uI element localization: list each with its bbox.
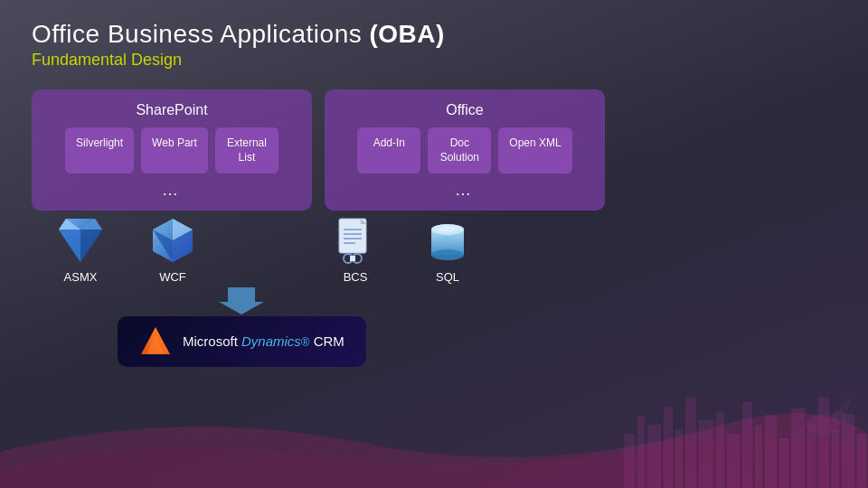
sql-label: SQL [436,270,459,284]
svg-rect-2 [647,425,661,488]
svg-rect-0 [624,434,635,488]
sharepoint-item-webpart: Web Part [141,127,208,174]
office-item-openxml: Open XML [498,127,571,174]
svg-point-20 [832,410,846,425]
title-bold: (OBA) [370,20,445,48]
svg-rect-4 [675,429,683,488]
svg-marker-25 [80,230,102,262]
crm-label: Microsoft Dynamics® CRM [183,333,344,350]
svg-marker-24 [59,230,80,262]
bcs-label: BCS [344,270,368,284]
sharepoint-box: SharePoint Silverlight Web Part External… [32,89,312,211]
svg-rect-17 [842,414,854,488]
crm-box: Microsoft Dynamics® CRM [118,316,366,367]
page-title: Office Business Applications (OBA) [32,20,836,49]
svg-rect-12 [779,438,788,488]
svg-point-43 [439,227,457,232]
arrow-down-icon [214,287,269,314]
page-subtitle: Fundamental Design [32,51,836,70]
office-items: Add-In DocSolution Open XML [341,127,589,174]
sharepoint-items: Silverlight Web Part ExternalList [48,127,296,174]
svg-point-42 [431,249,464,260]
wcf-label: WCF [159,270,186,284]
crm-text: CRM [309,333,344,349]
bcs-icon [329,214,382,267]
svg-rect-7 [716,411,724,488]
top-row: SharePoint Silverlight Web Part External… [32,89,836,211]
svg-rect-18 [857,434,866,488]
service-bcs: BCS [316,214,395,284]
crm-row: Microsoft Dynamics® CRM [32,287,836,367]
office-box: Office Add-In DocSolution Open XML … [325,89,605,211]
service-sql: SQL [408,214,487,284]
office-item-docsolution: DocSolution [428,127,491,174]
svg-rect-38 [350,256,355,261]
svg-rect-3 [664,407,673,488]
wcf-icon [146,214,199,267]
sharepoint-item-silverlight: Silverlight [65,127,134,174]
diagram: SharePoint Silverlight Web Part External… [32,89,836,367]
svg-rect-10 [755,425,762,488]
service-wcf: WCF [133,214,212,284]
svg-rect-9 [742,402,752,488]
svg-rect-5 [685,398,696,488]
svg-rect-8 [727,434,740,488]
office-title: Office [341,102,589,118]
svg-rect-11 [765,416,777,488]
office-item-addin: Add-In [357,127,420,174]
asmx-label: ASMX [64,270,98,284]
svg-rect-6 [699,420,713,488]
svg-rect-13 [791,408,805,488]
asmx-icon [54,214,107,267]
ms-dynamics-icon [139,325,172,358]
sharepoint-item-externallist: ExternalList [215,127,278,174]
crm-section: Microsoft Dynamics® CRM [118,287,366,367]
sharepoint-title: SharePoint [48,102,296,118]
sql-icon [421,214,474,267]
svg-rect-1 [637,416,645,488]
services-row: ASMX [32,214,836,284]
svg-marker-44 [219,287,264,314]
svg-rect-15 [818,398,829,488]
sharepoint-dots: … [48,181,296,200]
service-asmx: ASMX [41,214,120,284]
title-plain: Office Business Applications [32,20,370,48]
office-dots: … [341,181,589,200]
svg-rect-16 [832,429,839,488]
dynamics-label: Dynamics [241,333,301,349]
ms-label: Microsoft [183,333,241,349]
